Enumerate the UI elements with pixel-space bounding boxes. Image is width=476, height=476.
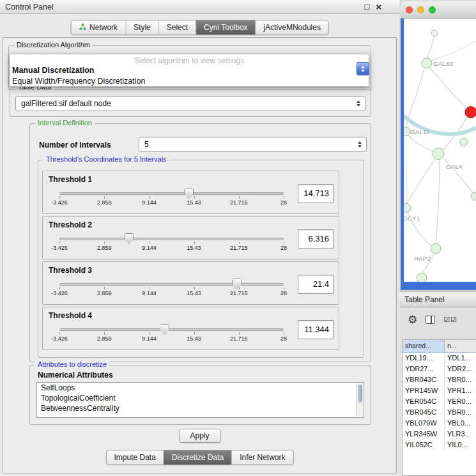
network-node-gcy1[interactable] [404,203,411,212]
network-node[interactable] [431,30,438,36]
table-rows: YDL19...YDL1...YDR27...YDR2...YBR043CYBR… [403,353,476,450]
slider-track[interactable] [59,283,284,286]
tab-label: jActiveMNodules [264,23,321,32]
network-edge[interactable] [406,68,424,127]
tab-select[interactable]: Select [158,20,196,35]
tab-cyni-toolbox[interactable]: Cyni Toolbox [196,20,255,35]
attribute-item-betweennesscentrality[interactable]: BetweennessCentrality [37,403,364,413]
tick-mark [104,332,105,335]
threshold-value-field[interactable]: 14.713 [298,184,334,203]
network-node[interactable] [471,192,476,200]
threshold-value-field[interactable]: 6.316 [298,229,334,249]
network-canvas[interactable]: GAL80GAL11GAL4GCY1HAP2 [404,19,476,282]
tick-mark [239,332,240,335]
table-row[interactable]: YBR043CYBR0... [403,374,476,385]
algorithm-combo-stepper[interactable] [357,62,369,75]
slider-track[interactable] [59,192,284,195]
table-row[interactable]: YER054CYER0... [403,396,476,407]
dropdown-prompt: Select algorithm to view settings [10,54,369,65]
network-edge[interactable] [436,159,440,243]
table-row[interactable]: YIL052CYIL0... [403,440,476,450]
tab-infer-network[interactable]: Infer Network [231,450,293,464]
table-row[interactable]: YDL19...YDL1... [403,353,476,364]
network-node[interactable] [460,139,468,146]
table-data-stepper[interactable] [353,98,364,109]
attribute-item-selfloops[interactable]: SelfLoops [37,383,364,393]
select-columns-checkboxes-icon[interactable]: ☑☑ [443,316,457,323]
tab-jactivemnodules[interactable]: jActiveMNodules [256,20,328,35]
network-node[interactable] [465,107,476,118]
slider-track[interactable] [59,328,284,331]
threshold-slider[interactable]: -3.4262.8599.14415.4321.71528 [59,324,284,344]
network-edge[interactable] [427,36,434,58]
numerical-attributes-label: Numerical Attributes [38,371,113,380]
table-row[interactable]: YBR045CYBR0... [403,407,476,418]
network-node-gal11[interactable] [404,127,410,136]
dropdown-option-manual-discretization[interactable]: Manual Discretization [10,65,369,76]
tab-label: Network [89,23,118,32]
tab-discretize-data[interactable]: Discretize Data [164,450,231,464]
close-icon[interactable]: × [376,0,381,14]
slider-thumb[interactable] [124,233,134,244]
tick-label: 28 [280,199,287,206]
slider-track[interactable] [59,238,284,240]
threshold-slider[interactable]: -3.4262.8599.14415.4321.71528 [59,279,284,299]
bottom-tabbar: Impute DataDiscretize DataInfer Network [105,450,293,465]
slider-thumb[interactable] [232,279,242,289]
network-node-gal4[interactable] [433,148,444,160]
network-node[interactable] [417,273,427,282]
network-node-hap2[interactable] [431,243,441,254]
tab-impute-data[interactable]: Impute Data [106,450,163,464]
node-label-gcy1: GCY1 [404,215,420,222]
slider-thumb[interactable] [160,324,169,335]
table-row[interactable]: YDR27...YDR2... [403,364,476,374]
network-edge[interactable] [406,136,407,204]
threshold-value-field[interactable]: 21.4 [298,275,334,294]
tick-label: 28 [280,290,287,296]
tick-mark [284,242,284,244]
minimize-light-icon[interactable] [417,6,424,13]
num-intervals-combo[interactable]: 5 [139,137,367,152]
table-row[interactable]: YLR345WYLR3... [403,429,476,440]
tab-network[interactable]: Network [71,20,125,35]
close-light-icon[interactable] [406,6,413,13]
threshold-slider[interactable]: -3.4262.8599.14415.4321.71528 [59,188,284,208]
tick-mark [104,287,105,289]
network-edge[interactable] [408,158,435,203]
node-label-hap2: HAP2 [414,255,431,262]
tick-label: 9.144 [142,245,157,251]
network-edge[interactable] [408,136,433,152]
table-row[interactable]: YPR145WYPR1... [403,385,476,396]
stepper-up-icon [357,100,360,103]
main-tabbar: NetworkStyleSelectCyni ToolboxjActiveMNo… [70,20,329,35]
table-data-group: Table Data galFiltered.sif default node [10,88,371,117]
network-graph[interactable]: GAL80GAL11GAL4GCY1HAP2 [404,19,476,282]
scrollbar-thumb[interactable] [358,385,362,403]
tick-mark [149,287,150,289]
tab-label: Style [134,23,151,32]
column-header-shared-name[interactable]: shared... [403,340,445,352]
network-edge[interactable] [430,68,466,109]
dropdown-option-equal-width-frequency-discretization[interactable]: Equal Width/Frequency Discretization [10,76,369,87]
network-edge[interactable] [431,41,476,61]
table-row[interactable]: YBL079WYBL0... [403,418,476,429]
columns-split-icon [431,316,432,323]
tick-mark [194,332,195,335]
attribute-item-topologicalcoefficient[interactable]: TopologicalCoefficient [37,393,364,403]
float-window-icon[interactable]: □ [364,0,369,14]
tab-style[interactable]: Style [125,20,158,35]
list-scrollbar[interactable] [356,383,363,417]
numerical-attributes-list[interactable]: SelfLoopsTopologicalCoefficientBetweenne… [36,382,364,418]
columns-icon[interactable] [426,316,435,324]
apply-button[interactable]: Apply [179,429,221,443]
tick-label: 2.859 [97,290,112,296]
column-header-name[interactable]: n... [445,340,476,352]
threshold-slider[interactable]: -3.4262.8599.14415.4321.71528 [59,233,284,254]
gear-icon[interactable]: ⚙ [408,314,417,325]
num-intervals-stepper[interactable] [354,139,365,150]
table-data-combo[interactable]: galFiltered.sif default node [15,96,365,111]
threshold-value-field[interactable]: 11.344 [298,320,334,339]
zoom-light-icon[interactable] [429,6,436,13]
slider-thumb[interactable] [184,188,194,199]
network-node-gal80[interactable] [422,58,432,68]
